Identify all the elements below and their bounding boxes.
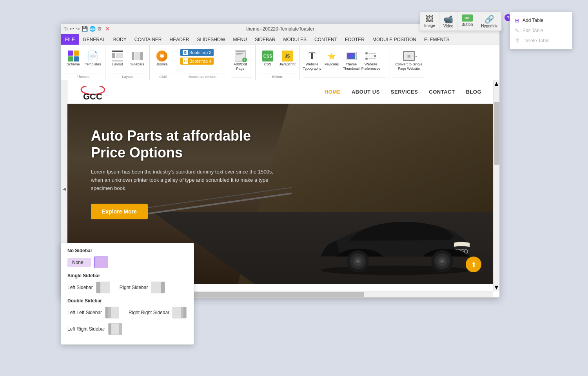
right-right-option[interactable]: Right Right Sidebar bbox=[129, 307, 187, 318]
table-popup: ⊞ Add Table ✎ Edit Table 🗑 Delete Table bbox=[510, 12, 572, 49]
menu-sidebar[interactable]: SIDEBAR bbox=[251, 34, 279, 45]
layout-label: Layout bbox=[112, 62, 123, 67]
add-table-item[interactable]: ⊞ Add Table bbox=[510, 15, 572, 25]
hyperlink-insert-button[interactable]: 🔗 Hyperlink bbox=[477, 12, 501, 31]
nav-services[interactable]: SERVICES bbox=[391, 89, 418, 95]
website-preferences-label: WebsitePreferences bbox=[361, 62, 381, 71]
sidebars-label: Sidebars bbox=[130, 62, 144, 67]
scrollbar-thumb-vertical[interactable] bbox=[494, 102, 499, 165]
nav-home[interactable]: HOME bbox=[325, 89, 341, 95]
toolbar-typography-section: T WebsiteTypography ⭐ Favicons bbox=[300, 45, 390, 80]
none-option[interactable]: None bbox=[67, 257, 108, 268]
video-insert-button[interactable]: 📹 Video bbox=[439, 12, 457, 31]
window-title: theme--200220-TemplateToaster bbox=[246, 26, 314, 32]
layout-button[interactable]: Layout bbox=[109, 48, 127, 68]
editors-section-label: Editors bbox=[259, 74, 296, 79]
no-sidebar-row: None bbox=[67, 257, 187, 268]
vertical-scrollbar[interactable]: ▲ ▼ bbox=[493, 80, 499, 291]
right-sidebar-option[interactable]: Right Sidebar bbox=[120, 282, 165, 293]
edit-table-item[interactable]: ✎ Edit Table bbox=[510, 25, 572, 36]
toolbar-cms-section: ✱ Joomla CMS bbox=[150, 45, 177, 80]
scheme-button[interactable]: Scheme bbox=[64, 48, 82, 68]
site-nav-links: HOME ABOUT US SERVICES CONTACT BLOG bbox=[325, 89, 481, 95]
toolbar-layout-section: Layout Sidebars Layout bbox=[105, 45, 150, 80]
hero-title: Auto Parts at affordable Price Options bbox=[91, 127, 279, 161]
menu-footer[interactable]: FOOTER bbox=[341, 34, 368, 45]
left-sidebar-option[interactable]: Left Sidebar bbox=[67, 282, 110, 293]
left-sidebar-icon bbox=[96, 282, 110, 293]
nav-blog[interactable]: BLOG bbox=[466, 89, 481, 95]
button-insert-button[interactable]: OK Button bbox=[457, 12, 477, 31]
bootstrap-section-label: Bootstrap Version bbox=[180, 74, 225, 79]
image-insert-button[interactable]: 🖼 Image bbox=[420, 12, 439, 31]
page-section-label bbox=[231, 78, 252, 79]
menu-content[interactable]: CONTENT bbox=[310, 34, 341, 45]
scheme-label: Scheme bbox=[67, 62, 80, 67]
favicons-button[interactable]: ⭐ Favicons bbox=[323, 48, 341, 68]
nav-about[interactable]: ABOUT US bbox=[352, 89, 380, 95]
insert-toolbar: 🖼 Image 📹 Video OK Button 🔗 Hyperlink bbox=[420, 12, 502, 31]
theme-thumbnail-label: ThemeThumbnail bbox=[343, 62, 359, 71]
theme-thumbnail-button[interactable]: ThemeThumbnail bbox=[342, 48, 360, 72]
website-typography-button[interactable]: T WebsiteTypography bbox=[303, 48, 321, 72]
css-button[interactable]: CSS CSS bbox=[259, 48, 277, 68]
left-left-option[interactable]: Left Left Sidebar bbox=[67, 307, 119, 318]
website-preferences-button[interactable]: WebsitePreferences bbox=[362, 48, 380, 72]
left-left-icon bbox=[105, 307, 119, 318]
nav-contact[interactable]: CONTACT bbox=[429, 89, 455, 95]
edit-table-icon: ✎ bbox=[515, 27, 519, 34]
delete-table-item[interactable]: 🗑 Delete Table bbox=[510, 36, 572, 46]
menu-menu[interactable]: MENU bbox=[229, 34, 251, 45]
left-right-icon bbox=[108, 323, 122, 335]
left-right-option[interactable]: Left Right Sidebar bbox=[67, 323, 122, 335]
double-sidebar-row-2: Left Right Sidebar bbox=[67, 323, 187, 335]
convert-single-page-button[interactable]: ▤ → Convert to SinglePage Website bbox=[393, 48, 425, 72]
menu-general[interactable]: GENERAL bbox=[79, 34, 109, 45]
add-edit-page-button[interactable]: + Add/EditPage bbox=[231, 48, 249, 72]
right-right-label: Right Right Sidebar bbox=[129, 310, 169, 315]
templates-label: Templates bbox=[85, 62, 101, 67]
menu-elements[interactable]: ELEMENTS bbox=[420, 34, 454, 45]
right-sidebar-icon bbox=[151, 282, 165, 293]
website-typography-label: WebsiteTypography bbox=[303, 62, 321, 71]
menu-body[interactable]: BODY bbox=[109, 34, 131, 45]
add-table-icon: ⊞ bbox=[515, 17, 519, 24]
left-right-label: Left Right Sidebar bbox=[67, 326, 105, 332]
css-label: CSS bbox=[264, 62, 272, 67]
right-right-icon bbox=[172, 307, 187, 318]
cms-section-label: CMS bbox=[153, 74, 174, 79]
menu-slideshow[interactable]: SLIDESHOW bbox=[193, 34, 229, 45]
bootstrap4-button[interactable]: B Bootstrap 4 bbox=[180, 58, 214, 65]
layout-section-label: Layout bbox=[109, 74, 146, 79]
add-edit-page-label: Add/EditPage bbox=[234, 62, 247, 71]
svg-point-17 bbox=[440, 259, 444, 263]
left-left-label: Left Left Sidebar bbox=[67, 310, 102, 315]
add-table-label: Add Table bbox=[523, 18, 543, 23]
bootstrap3-label: Bootstrap 3 bbox=[189, 50, 211, 55]
edit-table-label: Edit Table bbox=[523, 28, 543, 33]
menu-file[interactable]: FILE bbox=[61, 34, 79, 45]
toolbar: Scheme 📄 Templates Themes bbox=[61, 45, 499, 80]
javascript-label: JavaScript bbox=[279, 62, 296, 67]
sidebars-button[interactable]: Sidebars bbox=[128, 48, 146, 68]
menu-container[interactable]: CONTAINER bbox=[131, 34, 166, 45]
site-navigation: GCC HOME ABOUT US SERVICES CONTACT BLOG bbox=[67, 80, 493, 104]
bootstrap3-button[interactable]: B Bootstrap 3 bbox=[180, 49, 214, 56]
explore-more-button[interactable]: Explore More bbox=[91, 204, 148, 219]
menu-modules[interactable]: MODULES bbox=[279, 34, 310, 45]
single-sidebar-row: Left Sidebar Right Sidebar bbox=[67, 282, 187, 293]
javascript-button[interactable]: JS JavaScript bbox=[278, 48, 296, 68]
templates-button[interactable]: 📄 Templates bbox=[84, 48, 102, 68]
menu-bar: FILE GENERAL BODY CONTAINER HEADER SLIDE… bbox=[61, 34, 499, 45]
hero-subtitle: Lorem Ipsum has been the industry's stan… bbox=[91, 168, 279, 192]
svg-point-13 bbox=[356, 259, 360, 263]
menu-header[interactable]: HEADER bbox=[166, 34, 193, 45]
double-sidebar-row-1: Left Left Sidebar Right Right Sidebar bbox=[67, 307, 187, 318]
site-logo: GCC bbox=[79, 81, 107, 103]
toolbar-convert-section: ▤ → Convert to SinglePage Website bbox=[390, 45, 428, 80]
scroll-to-top-button[interactable]: ⬆ bbox=[466, 257, 481, 272]
toolbar-bootstrap-section: B Bootstrap 3 B Bootstrap 4 Bootstrap Ve… bbox=[177, 45, 228, 80]
joomla-button[interactable]: ✱ Joomla bbox=[153, 48, 171, 68]
menu-module-position[interactable]: MODULE POSITION bbox=[368, 34, 420, 45]
delete-table-icon: 🗑 bbox=[515, 38, 520, 44]
